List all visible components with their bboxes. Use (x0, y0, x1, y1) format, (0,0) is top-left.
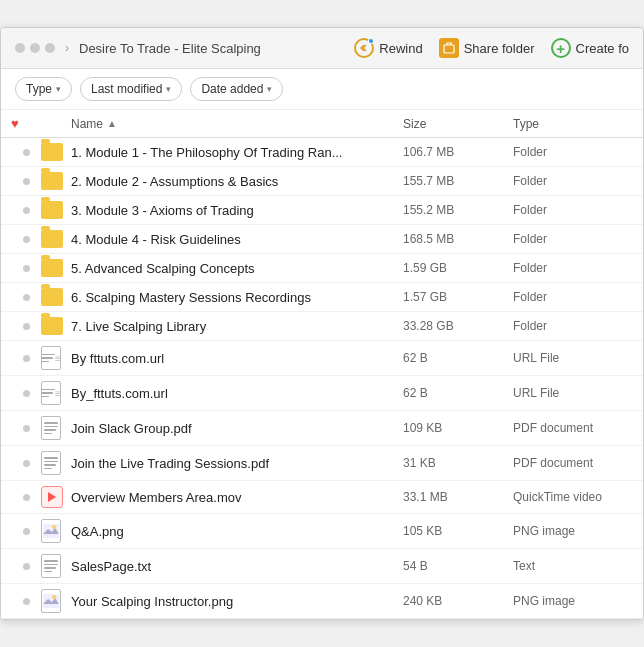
favorite-dot (11, 323, 41, 330)
file-size: 1.59 GB (403, 261, 513, 275)
rewind-button[interactable]: Rewind (354, 38, 422, 58)
url-file-icon (41, 346, 61, 370)
file-type: Folder (513, 261, 633, 275)
file-name[interactable]: 3. Module 3 - Axioms of Trading (71, 203, 403, 218)
dot-indicator (23, 528, 30, 535)
pdf-icon (41, 416, 61, 440)
file-name[interactable]: By fttuts.com.url (71, 351, 403, 366)
file-name[interactable]: 4. Module 4 - Risk Guidelines (71, 232, 403, 247)
file-size: 1.57 GB (403, 290, 513, 304)
file-icon-wrap (41, 589, 71, 613)
file-name[interactable]: 7. Live Scalping Library (71, 319, 403, 334)
file-row[interactable]: By_fttuts.com.url62 BURL File (1, 376, 643, 411)
type-filter-button[interactable]: Type ▾ (15, 77, 72, 101)
file-name[interactable]: SalesPage.txt (71, 559, 403, 574)
rewind-notification-dot (368, 38, 374, 44)
file-name[interactable]: 2. Module 2 - Assumptions & Basics (71, 174, 403, 189)
file-row[interactable]: Q&A.png105 KBPNG image (1, 514, 643, 549)
mov-icon (41, 486, 63, 508)
breadcrumb-title: Desire To Trade - Elite Scalping (79, 41, 344, 56)
file-size: 33.28 GB (403, 319, 513, 333)
favorite-dot (11, 149, 41, 156)
filter-bar: Type ▾ Last modified ▾ Date added ▾ (1, 69, 643, 110)
dot-indicator (23, 425, 30, 432)
type-filter-label: Type (26, 82, 52, 96)
titlebar: › Desire To Trade - Elite Scalping Rewin… (1, 28, 643, 69)
share-icon (439, 38, 459, 58)
file-name[interactable]: 6. Scalping Mastery Sessions Recordings (71, 290, 403, 305)
modified-filter-button[interactable]: Last modified ▾ (80, 77, 182, 101)
file-row[interactable]: SalesPage.txt54 BText (1, 549, 643, 584)
svg-rect-0 (444, 45, 454, 53)
file-row[interactable]: Join Slack Group.pdf109 KBPDF document (1, 411, 643, 446)
file-row[interactable]: 6. Scalping Mastery Sessions Recordings1… (1, 283, 643, 312)
file-type: PNG image (513, 594, 633, 608)
file-icon-wrap (41, 451, 71, 475)
folder-icon (41, 259, 63, 277)
file-type: Folder (513, 232, 633, 246)
minimize-dot (30, 43, 40, 53)
heart-icon: ♥ (11, 116, 19, 131)
header-name-col[interactable]: Name ▲ (71, 117, 403, 131)
file-name[interactable]: Join Slack Group.pdf (71, 421, 403, 436)
dot-indicator (23, 390, 30, 397)
file-row[interactable]: By fttuts.com.url62 BURL File (1, 341, 643, 376)
header-size-col: Size (403, 117, 513, 131)
file-icon-wrap (41, 317, 71, 335)
toolbar-actions: Rewind Share folder + Create fo (354, 38, 629, 58)
favorite-dot (11, 494, 41, 501)
file-icon-wrap (41, 143, 71, 161)
file-row[interactable]: 7. Live Scalping Library33.28 GBFolder (1, 312, 643, 341)
type-chevron-icon: ▾ (56, 84, 61, 94)
favorite-dot (11, 294, 41, 301)
url-file-icon (41, 381, 61, 405)
svg-point-3 (52, 525, 56, 529)
file-name[interactable]: 1. Module 1 - The Philosophy Of Trading … (71, 145, 403, 160)
create-button[interactable]: + Create fo (551, 38, 629, 58)
png-icon (41, 519, 61, 543)
file-row[interactable]: 3. Module 3 - Axioms of Trading155.2 MBF… (1, 196, 643, 225)
favorite-dot (11, 528, 41, 535)
file-name[interactable]: 5. Advanced Scalping Concepts (71, 261, 403, 276)
file-size: 33.1 MB (403, 490, 513, 504)
modified-filter-label: Last modified (91, 82, 162, 96)
file-icon-wrap (41, 201, 71, 219)
file-type: URL File (513, 351, 633, 365)
file-row[interactable]: Overview Members Area.mov33.1 MBQuickTim… (1, 481, 643, 514)
file-icon-wrap (41, 519, 71, 543)
file-row[interactable]: Your Scalping Instructor.png240 KBPNG im… (1, 584, 643, 619)
file-name[interactable]: By_fttuts.com.url (71, 386, 403, 401)
file-name[interactable]: Your Scalping Instructor.png (71, 594, 403, 609)
main-window: › Desire To Trade - Elite Scalping Rewin… (0, 27, 644, 620)
file-type: Folder (513, 174, 633, 188)
file-icon-wrap (41, 230, 71, 248)
file-size: 54 B (403, 559, 513, 573)
share-folder-button[interactable]: Share folder (439, 38, 535, 58)
file-row[interactable]: 5. Advanced Scalping Concepts1.59 GBFold… (1, 254, 643, 283)
file-row[interactable]: 2. Module 2 - Assumptions & Basics155.7 … (1, 167, 643, 196)
rewind-label: Rewind (379, 41, 422, 56)
file-type: Folder (513, 203, 633, 217)
favorite-dot (11, 460, 41, 467)
folder-icon (41, 143, 63, 161)
favorite-dot (11, 178, 41, 185)
file-row[interactable]: 1. Module 1 - The Philosophy Of Trading … (1, 138, 643, 167)
favorite-dot (11, 390, 41, 397)
dot-indicator (23, 236, 30, 243)
share-label: Share folder (464, 41, 535, 56)
file-icon-wrap (41, 554, 71, 578)
file-type: URL File (513, 386, 633, 400)
window-controls (15, 43, 55, 53)
folder-icon (41, 230, 63, 248)
file-name[interactable]: Overview Members Area.mov (71, 490, 403, 505)
favorite-dot (11, 207, 41, 214)
file-row[interactable]: 4. Module 4 - Risk Guidelines168.5 MBFol… (1, 225, 643, 254)
file-row[interactable]: Join the Live Trading Sessions.pdf31 KBP… (1, 446, 643, 481)
file-name[interactable]: Q&A.png (71, 524, 403, 539)
png-icon (41, 589, 61, 613)
file-list: 1. Module 1 - The Philosophy Of Trading … (1, 138, 643, 619)
file-name[interactable]: Join the Live Trading Sessions.pdf (71, 456, 403, 471)
date-filter-button[interactable]: Date added ▾ (190, 77, 283, 101)
file-type: Folder (513, 319, 633, 333)
modified-chevron-icon: ▾ (166, 84, 171, 94)
